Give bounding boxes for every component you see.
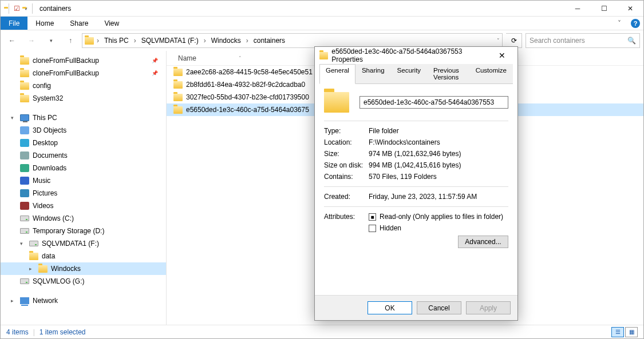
forward-button[interactable]: → — [23, 33, 39, 49]
folder-icon — [173, 106, 183, 114]
tree-quick-item[interactable]: System32 — [1, 92, 166, 105]
label-location: Location: — [324, 138, 369, 146]
pin-icon: 📌 — [152, 70, 158, 76]
folder-name-input[interactable] — [359, 96, 508, 109]
tab-previous-versions[interactable]: Previous Versions — [427, 64, 469, 83]
pictures-icon — [20, 189, 29, 197]
column-header-name[interactable]: Name ˄ — [173, 54, 246, 62]
tree-pc-item[interactable]: Pictures — [1, 187, 166, 200]
tree-quick-item[interactable]: config — [1, 79, 166, 92]
dialog-close-button[interactable]: ✕ — [491, 47, 513, 64]
breadcrumb[interactable]: containers — [251, 37, 287, 45]
qat-properties-icon[interactable]: ☑ — [14, 5, 20, 13]
chevron-right-icon[interactable]: › — [202, 37, 208, 45]
chevron-right-icon[interactable]: › — [95, 37, 101, 45]
label-attributes: Attributes: — [324, 213, 369, 248]
desktop-icon — [20, 139, 29, 147]
folder-icon — [20, 57, 29, 65]
hidden-checkbox[interactable] — [369, 225, 376, 232]
navigation-tree: cloneFromFullBackup📌 cloneFromFullBackup… — [1, 51, 167, 325]
tree-drive[interactable]: Windows (C:) — [1, 212, 166, 225]
drive-icon — [29, 241, 38, 246]
tab-sharing[interactable]: Sharing — [355, 64, 391, 83]
tree-quick-item[interactable]: cloneFromFullBackup📌 — [1, 54, 166, 67]
tab-customize[interactable]: Customize — [469, 64, 513, 83]
cancel-button[interactable]: Cancel — [417, 301, 461, 314]
address-dropdown-icon[interactable]: ˅ — [497, 38, 500, 43]
properties-dialog: e5650ded-1e3c-460c-a75d-5464a0367553 Pro… — [314, 46, 518, 321]
tree-pc-item[interactable]: 3D Objects — [1, 124, 166, 137]
breadcrumb[interactable]: Windocks — [209, 37, 243, 45]
close-button[interactable]: ✕ — [617, 1, 643, 17]
dialog-tabs: General Sharing Security Previous Versio… — [319, 64, 513, 84]
tab-view[interactable]: View — [96, 17, 127, 30]
value-size-on-disk: 994 MB (1,042,415,616 bytes) — [369, 161, 461, 169]
search-input[interactable] — [530, 37, 627, 45]
folder-icon — [173, 94, 183, 101]
search-box[interactable]: 🔍 — [526, 33, 640, 48]
chevron-right-icon[interactable]: › — [132, 37, 138, 45]
chevron-down-icon: ▾ — [11, 115, 17, 121]
folder-icon — [20, 95, 29, 102]
tab-file[interactable]: File — [1, 17, 27, 30]
address-folder-icon — [85, 37, 94, 45]
label-size: Size: — [324, 150, 369, 158]
tree-drive[interactable]: Temporary Storage (D:) — [1, 225, 166, 237]
chevron-right-icon[interactable]: › — [244, 37, 250, 45]
dialog-titlebar: e5650ded-1e3c-460c-a75d-5464a0367553 Pro… — [315, 47, 517, 64]
folder-icon — [20, 82, 29, 90]
tree-pc-item[interactable]: Downloads — [1, 162, 166, 174]
tree-pc-item[interactable]: Music — [1, 174, 166, 187]
up-button[interactable]: ↑ — [62, 33, 78, 49]
downloads-icon — [20, 164, 29, 172]
chevron-right-icon: ▸ — [11, 298, 17, 304]
tree-folder[interactable]: ▸Windocks — [1, 262, 166, 275]
tree-folder[interactable]: data — [1, 250, 166, 262]
drive-icon — [20, 278, 29, 284]
history-dropdown[interactable]: ▾ — [43, 33, 59, 49]
ribbon-collapse-icon[interactable]: ˅ — [611, 17, 627, 30]
tree-quick-item[interactable]: cloneFromFullBackup📌 — [1, 67, 166, 79]
tree-drive[interactable]: SQLVMLOG (G:) — [1, 275, 166, 288]
tab-home[interactable]: Home — [27, 17, 62, 30]
help-icon[interactable]: ? — [627, 17, 643, 30]
tree-pc-item[interactable]: Desktop — [1, 137, 166, 149]
tree-this-pc[interactable]: ▾This PC — [1, 111, 166, 124]
status-bar: 4 items | 1 item selected ☰ ▦ — [1, 325, 643, 338]
folder-icon — [173, 69, 183, 76]
tree-network[interactable]: ▸Network — [1, 294, 166, 307]
folder-large-icon — [324, 92, 349, 113]
breadcrumb[interactable]: SQLVMDATA1 (F:) — [139, 37, 201, 45]
tab-security[interactable]: Security — [391, 64, 428, 83]
tree-drive[interactable]: ▾SQLVMDATA1 (F:) — [1, 237, 166, 250]
folder-icon — [29, 253, 38, 260]
advanced-button[interactable]: Advanced... — [458, 236, 508, 248]
view-details-button[interactable]: ☰ — [611, 327, 624, 337]
folder-icon — [319, 52, 328, 59]
value-type: File folder — [369, 127, 399, 135]
back-button[interactable]: ← — [4, 33, 20, 49]
tree-pc-item[interactable]: Documents — [1, 149, 166, 162]
ok-button[interactable]: OK — [368, 301, 412, 314]
value-size: 974 MB (1,021,632,946 bytes) — [369, 150, 461, 158]
folder-icon — [20, 70, 29, 77]
label-contains: Contains: — [324, 173, 369, 181]
readonly-label: Read-only (Only applies to files in fold… — [380, 213, 503, 221]
label-size-on-disk: Size on disk: — [324, 161, 369, 169]
status-selected: 1 item selected — [39, 328, 86, 336]
maximize-button[interactable]: ☐ — [591, 1, 617, 17]
window-title: containers — [39, 5, 71, 13]
readonly-checkbox[interactable]: ■ — [369, 213, 376, 221]
tree-pc-item[interactable]: Videos — [1, 200, 166, 212]
view-icons-button[interactable]: ▦ — [625, 327, 638, 337]
tab-share[interactable]: Share — [62, 17, 96, 30]
dialog-title: e5650ded-1e3c-460c-a75d-5464a0367553 Pro… — [331, 47, 488, 63]
documents-icon — [20, 151, 29, 159]
videos-icon — [20, 202, 29, 210]
status-separator: | — [33, 328, 35, 336]
drive-icon — [20, 228, 29, 234]
minimize-button[interactable]: ─ — [564, 1, 591, 17]
breadcrumb[interactable]: This PC — [102, 37, 131, 45]
apply-button[interactable]: Apply — [466, 301, 511, 314]
tab-general[interactable]: General — [319, 64, 355, 84]
